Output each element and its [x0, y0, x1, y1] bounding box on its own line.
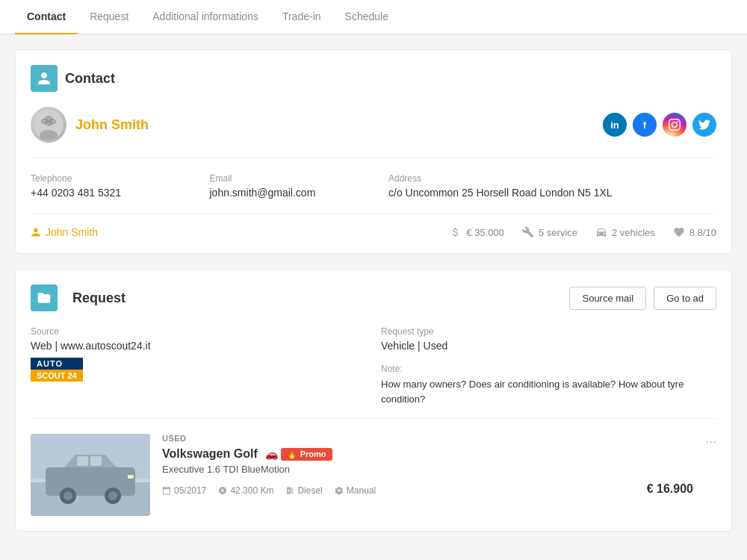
contact-details-grid: Telephone +44 0203 481 5321 Email john.s…	[31, 158, 716, 199]
budget-icon	[450, 226, 462, 238]
autoscout-logo-bottom: SCOUT 24	[31, 370, 83, 382]
source-mail-button[interactable]: Source mail	[569, 287, 646, 310]
tab-bar: Contact Request Additional informations …	[0, 0, 747, 34]
contact-person-left: John Smith	[31, 107, 149, 143]
request-type-value: Vehicle | Used	[381, 340, 716, 352]
request-type-label: Request type	[381, 326, 716, 337]
telephone-field: Telephone +44 0203 481 5321	[31, 173, 195, 199]
go-to-ad-button[interactable]: Go to ad	[654, 287, 716, 310]
telephone-value: +44 0203 481 5321	[31, 187, 195, 199]
gear-icon	[335, 486, 344, 495]
svg-rect-10	[77, 456, 88, 466]
contact-person-row: John Smith in f	[31, 107, 716, 143]
contact-card-title: Contact	[65, 71, 115, 87]
flame-icon: 🔥	[287, 449, 297, 459]
contact-card: Contact	[15, 49, 732, 254]
vehicle-more-options[interactable]: ···	[705, 434, 716, 449]
request-card-icon	[31, 284, 58, 311]
request-card: Request Source mail Go to ad Source Web …	[15, 269, 732, 532]
avatar-image	[34, 110, 63, 140]
car-promo-icon: 🚗	[265, 448, 278, 460]
promo-badge: 🔥 Promo	[281, 448, 332, 461]
user-icon	[37, 71, 52, 86]
vehicle-price: € 16.900	[647, 482, 693, 496]
svg-point-13	[63, 491, 72, 500]
vehicle-date: 05/2017	[162, 485, 206, 496]
fuel-icon	[285, 486, 294, 495]
vehicle-specs: 05/2017 42.300 Km Diesel	[162, 485, 376, 496]
svg-rect-11	[90, 456, 102, 466]
contact-card-icon	[31, 65, 58, 92]
car-stat-icon	[595, 226, 607, 238]
vehicle-subtitle: Executive 1.6 TDI BlueMotion	[162, 464, 693, 475]
request-type-and-note: Request type Vehicle | Used Note: How ma…	[381, 326, 716, 406]
twitter-icon[interactable]	[692, 113, 716, 137]
autoscout-logo: AUTO SCOUT 24	[31, 358, 366, 382]
source-value: Web | www.autoscout24.it	[31, 340, 366, 352]
vehicle-name-row: Volkswagen Golf 🚗 🔥 Promo	[162, 447, 693, 461]
vehicle-transmission: Manual	[335, 485, 376, 496]
request-header-left: Request	[31, 284, 125, 311]
linkedin-icon[interactable]: in	[603, 113, 627, 137]
request-card-title: Request	[72, 290, 125, 306]
telephone-label: Telephone	[31, 173, 195, 184]
vehicles-stat: 2 vehicles	[595, 226, 655, 238]
email-value: john.smith@gmail.com	[210, 187, 374, 199]
heart-icon	[673, 226, 685, 238]
contact-person-name[interactable]: John Smith	[75, 117, 149, 133]
note-label: Note:	[381, 364, 716, 374]
speedometer-icon	[218, 486, 227, 495]
contact-footer-name-link[interactable]: John Smith	[31, 226, 98, 238]
wrench-icon	[522, 226, 534, 238]
vehicle-fuel: Diesel	[285, 485, 322, 496]
folder-icon	[37, 290, 52, 305]
email-label: Email	[210, 173, 374, 184]
source-field: Source Web | www.autoscout24.it AUTO SCO…	[31, 326, 366, 406]
tab-additional[interactable]: Additional informations	[140, 0, 270, 34]
vehicle-promo: 🚗 🔥 Promo	[265, 448, 332, 461]
person-icon	[31, 227, 41, 237]
note-text: How many owners? Does air conditioning i…	[381, 377, 716, 406]
tab-schedule[interactable]: Schedule	[333, 0, 400, 34]
contact-card-header: Contact	[31, 65, 716, 92]
tab-tradein[interactable]: Trade-in	[270, 0, 333, 34]
svg-point-15	[108, 491, 117, 500]
request-card-header: Request Source mail Go to ad	[31, 284, 716, 311]
contact-footer-stats: € 35.000 5 service 2 vehicles 8.8/10	[450, 226, 716, 238]
rating-stat: 8.8/10	[673, 226, 716, 238]
email-field: Email john.smith@gmail.com	[210, 173, 374, 199]
note-field: Note: How many owners? Does air conditio…	[381, 364, 716, 406]
vehicle-km: 42.300 Km	[218, 485, 273, 496]
autoscout-logo-top: AUTO	[31, 358, 83, 370]
calendar-icon	[162, 486, 171, 495]
vehicle-thumbnail	[31, 434, 150, 516]
address-label: Address	[388, 173, 716, 184]
vehicle-card: USED Volkswagen Golf 🚗 🔥 Promo Executive…	[31, 418, 716, 516]
tab-contact[interactable]: Contact	[15, 0, 78, 34]
request-details-grid: Source Web | www.autoscout24.it AUTO SCO…	[31, 326, 716, 406]
svg-rect-16	[128, 475, 134, 479]
address-field: Address c/o Uncommon 25 Horsell Road Lon…	[388, 173, 716, 199]
instagram-icon[interactable]	[663, 113, 686, 137]
vehicle-used-badge: USED	[162, 434, 693, 443]
tab-request[interactable]: Request	[78, 0, 140, 34]
budget-stat: € 35.000	[450, 226, 504, 238]
vehicle-info: USED Volkswagen Golf 🚗 🔥 Promo Executive…	[162, 434, 693, 496]
contact-footer: John Smith € 35.000 5 service 2 vehicles	[31, 214, 716, 238]
main-content: Contact	[0, 34, 747, 560]
address-value: c/o Uncommon 25 Horsell Road London N5 1…	[388, 187, 716, 199]
svg-rect-9	[46, 467, 135, 496]
request-type-field: Request type Vehicle | Used	[381, 326, 716, 352]
service-stat: 5 service	[522, 226, 577, 238]
avatar	[31, 107, 66, 143]
vehicle-image	[31, 434, 150, 516]
facebook-icon[interactable]: f	[633, 113, 657, 137]
request-action-buttons: Source mail Go to ad	[569, 287, 716, 310]
social-icons: in f	[603, 113, 716, 137]
source-label: Source	[31, 326, 366, 337]
vehicle-name: Volkswagen Golf	[162, 447, 258, 461]
